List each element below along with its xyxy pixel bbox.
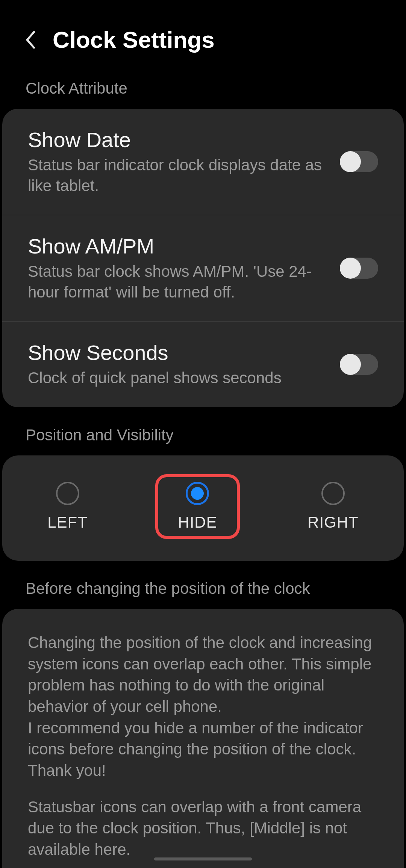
show-ampm-toggle[interactable] bbox=[340, 258, 378, 279]
show-seconds-toggle[interactable] bbox=[340, 354, 378, 375]
position-option-hide[interactable]: HIDE bbox=[155, 474, 239, 539]
toggle-knob bbox=[340, 151, 361, 172]
page-title: Clock Settings bbox=[53, 26, 215, 53]
show-ampm-row[interactable]: Show AM/PM Status bar clock shows AM/PM.… bbox=[2, 215, 404, 322]
radio-hide bbox=[186, 482, 209, 505]
home-indicator[interactable] bbox=[154, 857, 252, 860]
info-text-2: Statusbar icons can overlap with a front… bbox=[28, 797, 378, 860]
info-card: Changing the position of the clock and i… bbox=[2, 609, 404, 868]
position-option-left[interactable]: LEFT bbox=[25, 474, 110, 539]
position-option-right[interactable]: RIGHT bbox=[285, 474, 381, 539]
section-label-position: Position and Visibility bbox=[0, 419, 406, 455]
show-ampm-title: Show AM/PM bbox=[28, 234, 329, 258]
show-date-row[interactable]: Show Date Status bar indicator clock dis… bbox=[2, 109, 404, 215]
section-label-attribute: Clock Attribute bbox=[0, 72, 406, 109]
radio-inner bbox=[191, 487, 204, 500]
section-label-before: Before changing the position of the cloc… bbox=[0, 572, 406, 609]
radio-left bbox=[56, 482, 79, 505]
toggle-knob bbox=[340, 354, 361, 375]
radio-right bbox=[321, 482, 345, 505]
show-date-text: Show Date Status bar indicator clock dis… bbox=[28, 127, 329, 196]
info-text-1: Changing the position of the clock and i… bbox=[28, 632, 378, 782]
back-button[interactable] bbox=[23, 29, 38, 51]
position-label-right: RIGHT bbox=[308, 513, 359, 531]
show-seconds-text: Show Seconds Clock of quick panel shows … bbox=[28, 340, 329, 388]
show-seconds-title: Show Seconds bbox=[28, 340, 329, 365]
show-seconds-row[interactable]: Show Seconds Clock of quick panel shows … bbox=[2, 322, 404, 407]
toggle-knob bbox=[340, 258, 361, 279]
clock-attribute-card: Show Date Status bar indicator clock dis… bbox=[2, 109, 404, 407]
position-label-left: LEFT bbox=[47, 513, 88, 531]
show-date-desc: Status bar indicator clock displays date… bbox=[28, 155, 329, 196]
chevron-left-icon bbox=[24, 30, 36, 50]
show-seconds-desc: Clock of quick panel shows seconds bbox=[28, 368, 329, 388]
position-label-hide: HIDE bbox=[178, 513, 217, 531]
show-ampm-desc: Status bar clock shows AM/PM. 'Use 24-ho… bbox=[28, 261, 329, 302]
show-date-title: Show Date bbox=[28, 127, 329, 152]
show-ampm-text: Show AM/PM Status bar clock shows AM/PM.… bbox=[28, 234, 329, 302]
show-date-toggle[interactable] bbox=[340, 151, 378, 172]
position-card: LEFT HIDE RIGHT bbox=[2, 455, 404, 561]
header: Clock Settings bbox=[0, 0, 406, 72]
